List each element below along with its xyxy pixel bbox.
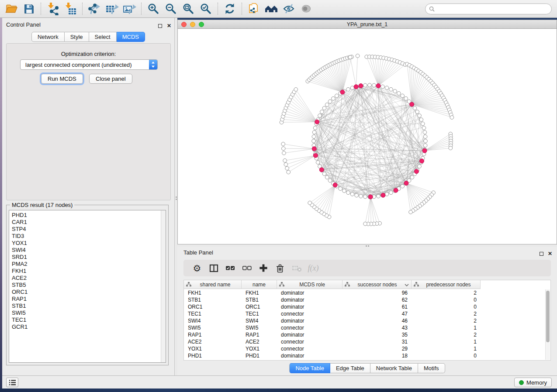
zoom-out-button[interactable] (162, 1, 180, 17)
close-table-panel-button[interactable]: ✕ (548, 249, 552, 257)
hub-node[interactable] (368, 195, 373, 199)
ring-node[interactable] (313, 126, 317, 130)
hub-node[interactable] (312, 147, 316, 151)
ring-node[interactable] (397, 92, 401, 96)
hub-node[interactable] (315, 120, 319, 124)
hub-node[interactable] (394, 188, 398, 193)
column-header-mcds-role[interactable]: MCDS role (277, 280, 343, 289)
zoom-in-button[interactable] (145, 1, 162, 17)
ring-node[interactable] (320, 110, 324, 114)
split-table-panel-button[interactable] (205, 261, 222, 275)
column-header-name[interactable]: name (242, 280, 277, 289)
export-network-button[interactable] (86, 1, 103, 17)
mcds-node-item[interactable]: STB5 (9, 282, 166, 289)
ring-node[interactable] (312, 131, 316, 134)
mcds-node-item[interactable]: TEC1 (9, 316, 166, 323)
ring-node[interactable] (421, 122, 425, 126)
mcds-node-item[interactable]: ORC1 (9, 289, 166, 296)
ring-node[interactable] (385, 192, 389, 196)
table-row[interactable]: PHD1PHD1dominator180 (184, 352, 481, 359)
ring-node[interactable] (363, 83, 367, 87)
mcds-node-item[interactable]: STP4 (9, 226, 166, 233)
tab-edge-table[interactable]: Edge Table (330, 363, 370, 373)
ring-node[interactable] (368, 83, 372, 87)
satellite-node[interactable] (409, 210, 413, 214)
table-row[interactable]: TEC1TEC1connector472 (184, 310, 481, 317)
import-network-button[interactable] (44, 1, 62, 17)
ring-node[interactable] (346, 87, 350, 91)
table-vertical-scrollbar[interactable] (545, 289, 550, 360)
tab-node-table[interactable]: Node Table (289, 363, 330, 373)
table-row[interactable]: ORC1ORC1dominator610 (184, 303, 481, 310)
ring-node[interactable] (393, 89, 397, 93)
ring-node[interactable] (328, 179, 332, 182)
ring-node[interactable] (423, 135, 427, 139)
scrollbar-thumb[interactable] (546, 291, 550, 342)
hub-node[interactable] (381, 193, 385, 197)
home-button[interactable] (263, 1, 280, 17)
ring-node[interactable] (325, 103, 329, 107)
import-table-button[interactable] (62, 1, 79, 17)
ring-node[interactable] (363, 195, 367, 199)
mcds-node-item[interactable]: STB1 (9, 303, 166, 309)
ring-node[interactable] (328, 100, 332, 103)
ring-node[interactable] (355, 193, 359, 197)
tab-style[interactable]: Style (65, 32, 89, 42)
ring-node[interactable] (389, 87, 393, 91)
ring-node[interactable] (410, 175, 414, 179)
ring-node[interactable] (418, 114, 422, 118)
mcds-node-item[interactable]: FKH1 (9, 268, 166, 275)
ring-node[interactable] (335, 94, 339, 98)
mcds-node-item[interactable]: PMA2 (9, 261, 166, 268)
ring-node[interactable] (312, 135, 316, 139)
ring-node[interactable] (419, 118, 423, 122)
ring-node[interactable] (325, 175, 329, 179)
float-table-panel-button[interactable] (540, 250, 543, 258)
memory-button[interactable]: Memory (514, 378, 552, 387)
table-row[interactable]: YOX1YOX1connector291 (184, 345, 481, 352)
ring-node[interactable] (316, 161, 320, 165)
satellite-node[interactable] (356, 54, 360, 58)
mcds-node-item[interactable]: GCR1 (9, 323, 166, 330)
tab-select[interactable]: Select (89, 32, 117, 42)
hub-node[interactable] (422, 148, 427, 153)
satellite-node[interactable] (283, 158, 287, 162)
zoom-fit-button[interactable] (180, 1, 197, 17)
hub-node[interactable] (404, 181, 408, 186)
ring-node[interactable] (424, 139, 428, 143)
table-settings-button[interactable]: ⚙ (189, 261, 205, 275)
ring-node[interactable] (413, 106, 417, 110)
hub-node[interactable] (359, 84, 363, 88)
export-image-button[interactable] (121, 1, 138, 17)
tab-motifs[interactable]: Motifs (418, 363, 445, 373)
ring-node[interactable] (322, 172, 326, 176)
tab-network[interactable]: Network (31, 32, 65, 42)
export-table-button[interactable] (103, 1, 121, 17)
hide-selected-button[interactable] (280, 1, 298, 17)
hub-node[interactable] (419, 159, 424, 163)
hub-node[interactable] (340, 90, 345, 94)
hub-node[interactable] (414, 169, 419, 174)
ring-node[interactable] (312, 139, 316, 143)
satellite-node[interactable] (284, 162, 288, 166)
task-history-button[interactable] (6, 378, 18, 387)
table-row[interactable]: FKH1FKH1dominator962 (184, 289, 481, 296)
hub-node[interactable] (376, 84, 381, 88)
ring-node[interactable] (418, 165, 422, 168)
satellite-node[interactable] (449, 146, 453, 150)
column-header-successor-nodes[interactable]: successor nodes (343, 280, 412, 289)
mcds-node-item[interactable]: SWI4 (9, 247, 166, 254)
delete-table-button[interactable] (288, 261, 305, 275)
hub-node[interactable] (313, 153, 318, 158)
ring-node[interactable] (389, 191, 393, 195)
satellite-node[interactable] (282, 151, 286, 155)
ring-node[interactable] (404, 96, 408, 100)
ring-node[interactable] (343, 189, 346, 193)
satellite-node[interactable] (363, 222, 367, 226)
table-row[interactable]: SWI5SWI5connector431 (184, 324, 481, 331)
close-panel-button[interactable]: ✕ (167, 21, 171, 29)
function-builder-button[interactable]: f(x) (305, 261, 322, 275)
mcds-node-item[interactable]: RAP1 (9, 296, 166, 303)
ring-node[interactable] (350, 192, 354, 196)
ring-node[interactable] (346, 191, 350, 195)
